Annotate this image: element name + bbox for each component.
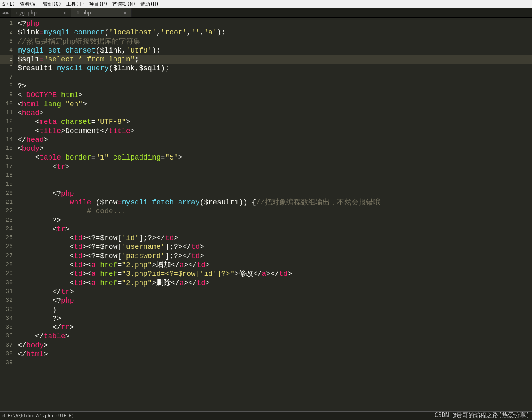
close-icon[interactable]: × bbox=[63, 10, 66, 16]
menu-item[interactable]: 转到(G) bbox=[43, 1, 61, 8]
menu-item[interactable]: 帮助(H) bbox=[140, 1, 159, 8]
code-editor[interactable]: 1234567891011121314151617181920212223242… bbox=[0, 18, 532, 411]
code-area[interactable]: <?php$link=mysqli_connect('localhost','r… bbox=[18, 18, 532, 411]
tab-prev-icon[interactable]: ◀ bbox=[2, 10, 5, 16]
menu-item[interactable]: 戈(I) bbox=[2, 1, 15, 8]
tab-label: 1.php bbox=[76, 10, 91, 16]
line-number-gutter: 1234567891011121314151617181920212223242… bbox=[0, 18, 18, 411]
menu-item[interactable]: 工具(T) bbox=[66, 1, 85, 8]
tab-label: cyg.php bbox=[16, 10, 37, 16]
menu-bar: 戈(I)查看(V)转到(G)工具(T)项目(P)首选项(N)帮助(H) bbox=[0, 0, 532, 8]
watermark-text: CSDN @贵哥的编程之路(热爱分享) bbox=[435, 412, 530, 419]
menu-item[interactable]: 查看(V) bbox=[20, 1, 39, 8]
menu-item[interactable]: 首选项(N) bbox=[112, 1, 136, 8]
file-tab[interactable]: cyg.php× bbox=[11, 8, 71, 17]
tab-nav-arrows[interactable]: ◀ ▶ bbox=[0, 8, 11, 17]
close-icon[interactable]: × bbox=[123, 10, 126, 16]
tab-next-icon[interactable]: ▶ bbox=[6, 10, 9, 16]
status-left: d F:\6\htdocs\1.php (UTF-8) bbox=[2, 413, 74, 418]
file-tab[interactable]: 1.php× bbox=[71, 8, 132, 17]
tab-bar: ◀ ▶ cyg.php×1.php× bbox=[0, 8, 532, 18]
menu-item[interactable]: 项目(P) bbox=[89, 1, 108, 8]
